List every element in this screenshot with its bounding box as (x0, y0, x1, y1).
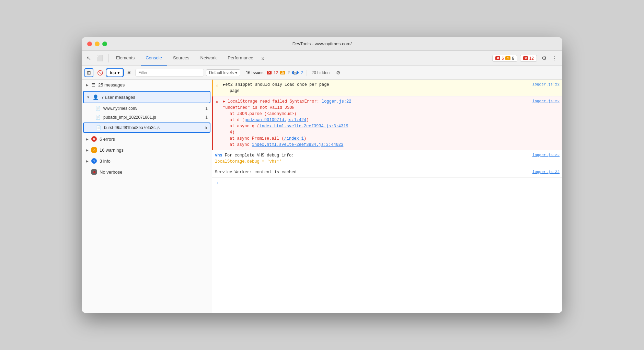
sidebar-item-info[interactable]: ▶ ℹ 3 info (82, 155, 212, 166)
issues-badge-count: 12 (529, 56, 534, 61)
issues-error-count: 12 (274, 70, 278, 75)
sidebar-file-burst[interactable]: 📄 burst-f9baff81bad8ea7efa3c.js 5 (83, 122, 210, 133)
error-line-3: at d (godzown-9010971d.js:1:424) (223, 117, 560, 123)
more-tabs-button[interactable]: » (260, 54, 267, 63)
sidebar-item-warnings[interactable]: ▶ ⚠ 16 warnings (82, 144, 212, 155)
error-line-4: at async q (index.html.svelte-2eef3934.j… (223, 123, 560, 129)
file-icon-2: 📄 (95, 115, 101, 120)
warnings-label: 16 warnings (100, 148, 208, 153)
console-prompt[interactable]: › (212, 178, 562, 188)
sidebar-toggle-button[interactable]: ⊞ (84, 68, 93, 77)
issues-count-bar: 16 Issues: ✕ 12 ⚠ 2 💬 2 (242, 70, 307, 76)
error-line-5: at async Promise.all (/index 1) (223, 136, 560, 142)
console-entry-sw: Service Worker: content is cached logger… (212, 167, 562, 178)
tab-sources[interactable]: Sources (168, 51, 194, 66)
tab-elements[interactable]: Elements (111, 51, 139, 66)
sidebar-file-nytimes[interactable]: 📄 www.nytimes.com/ 1 (82, 104, 212, 113)
context-dropdown-icon: ▾ (117, 70, 120, 75)
vhs-location[interactable]: logger.js:22 (532, 152, 560, 158)
error-entry-icon: ⊗ (216, 99, 221, 148)
error-line-4b: 4) (223, 129, 560, 136)
context-selector[interactable]: top ▾ (107, 69, 123, 76)
sidebar-file-pubads[interactable]: 📄 pubads_impl_2022071801.js 1 (82, 113, 212, 122)
console-entry-error: ⊗ ▶ localStorage read failed SyntaxError… (212, 96, 562, 150)
warning-page-text: page (223, 88, 560, 94)
issues-error-icon: ✕ (267, 71, 272, 74)
issues-badge: ✕ 12 (520, 55, 537, 62)
error-badge-count: 6 (502, 56, 504, 61)
close-button[interactable] (87, 42, 92, 46)
filter-input[interactable] (135, 69, 204, 77)
issues-info-icon: 💬 (292, 71, 299, 74)
user-icon: 👤 (93, 94, 99, 100)
warning-entry-content: ▶et2 snippet should only load once per p… (223, 82, 560, 94)
tab-console[interactable]: Console (141, 51, 167, 66)
sw-text: Service Worker: content is cached (215, 169, 297, 175)
sidebar-item-errors[interactable]: ▶ ✕ 6 errors (82, 133, 212, 144)
file-name-burst: burst-f9baff81bad8ea7efa3c.js (104, 125, 202, 130)
sidebar-item-messages[interactable]: ▶ ☰ 25 messages (82, 80, 212, 90)
inspect-icon-btn[interactable]: ⬜ (94, 54, 105, 63)
user-messages-caret-icon: ▼ (87, 95, 90, 99)
list-icon: ☰ (91, 82, 95, 88)
caret-icon: ▶ (86, 83, 89, 87)
issues-info-count: 2 (301, 70, 303, 75)
error-entry-content: ▶ localStorage read failed SyntaxError: … (223, 98, 560, 148)
error-status-icon: ✕ (91, 136, 97, 142)
eye-icon-button[interactable]: 👁 (125, 69, 133, 77)
settings-button[interactable]: ⚙ (540, 54, 549, 63)
error-link-1[interactable]: logger.js:22 (322, 99, 351, 104)
verbose-label: No verbose (100, 170, 208, 175)
warning-location[interactable]: logger.js:22 (532, 82, 560, 88)
console-entry-vhs: vhs For complete VHS debug info: logger.… (212, 150, 562, 167)
clear-console-button[interactable]: 🚫 (95, 69, 105, 77)
issues-warn-count: 2 (287, 70, 290, 75)
sw-entry-content: Service Worker: content is cached logger… (215, 169, 560, 175)
issues-warn-icon: ⚠ (280, 71, 285, 74)
info-label: 3 info (100, 159, 208, 164)
error-link-svelte-2[interactable]: index.html.svelte-2eef3934.js:3:44023 (252, 142, 343, 147)
messages-label: 25 messages (98, 82, 208, 88)
levels-chevron-icon: ▾ (235, 70, 237, 75)
cursor-icon-btn[interactable]: ↖ (84, 54, 93, 63)
error-line-2: at JSON.parse (<anonymous>) (223, 111, 560, 117)
warnings-caret-icon: ▶ (86, 148, 89, 152)
error-link-svelte-1[interactable]: index.html.svelte-2eef3934.js:3:4319 (259, 124, 348, 129)
main-toolbar: ↖ ⬜ Elements Console Sources Network Per… (82, 51, 562, 66)
file-icon-3: 📄 (96, 125, 101, 130)
errors-label: 6 errors (100, 137, 208, 142)
errors-caret-icon: ▶ (86, 137, 89, 141)
file-name-pubads: pubads_impl_2022071801.js (103, 115, 203, 120)
sidebar: ▶ ☰ 25 messages ▼ 👤 7 user messages 📄 ww… (82, 80, 212, 313)
sidebar-item-verbose[interactable]: ▶ 🐞 No verbose (82, 166, 212, 177)
context-label: top (110, 70, 116, 75)
sidebar-item-user-messages[interactable]: ▼ 👤 7 user messages (83, 91, 210, 103)
maximize-button[interactable] (102, 42, 107, 46)
file-icon: 📄 (95, 106, 101, 111)
errors-badge: ✕ 6 ⚠ 6 (492, 55, 517, 62)
levels-dropdown[interactable]: Default levels ▾ (206, 69, 240, 76)
console-toolbar: ⊞ 🚫 top ▾ 👁 Default levels ▾ 16 Issues: … (82, 66, 562, 80)
issues-badge-icon: ✕ (523, 56, 528, 60)
hidden-settings-icon[interactable]: ⚙ (334, 69, 342, 77)
window-title: DevTools - www.nytimes.com/ (292, 41, 352, 46)
warning-badge-icon: ⚠ (505, 56, 510, 60)
error-link-index[interactable]: /index 1 (284, 136, 304, 141)
hidden-count: 20 hidden (309, 70, 333, 75)
error-location[interactable]: logger.js:22 (532, 98, 560, 104)
error-main-text: ▶ localStorage read failed SyntaxError: … (223, 98, 352, 105)
vhs-text: vhs For complete VHS debug info: (215, 152, 294, 159)
issues-count-label: 16 Issues: (246, 70, 265, 75)
levels-label: Default levels (209, 70, 234, 75)
warning-entry-icon: ⚠ (216, 82, 221, 94)
info-status-icon: ℹ (91, 158, 97, 164)
tab-performance[interactable]: Performance (223, 51, 258, 66)
error-link-godzown[interactable]: godzown-9010971d.js:1:424 (244, 118, 306, 122)
more-options-button[interactable]: ⋮ (550, 54, 560, 63)
main-content: ▶ ☰ 25 messages ▼ 👤 7 user messages 📄 ww… (82, 80, 562, 313)
tab-network[interactable]: Network (196, 51, 222, 66)
sw-location[interactable]: logger.js:22 (532, 169, 560, 175)
minimize-button[interactable] (95, 42, 100, 46)
warning-text: ▶et2 snippet should only load once per p… (223, 82, 329, 88)
separator (108, 54, 108, 62)
